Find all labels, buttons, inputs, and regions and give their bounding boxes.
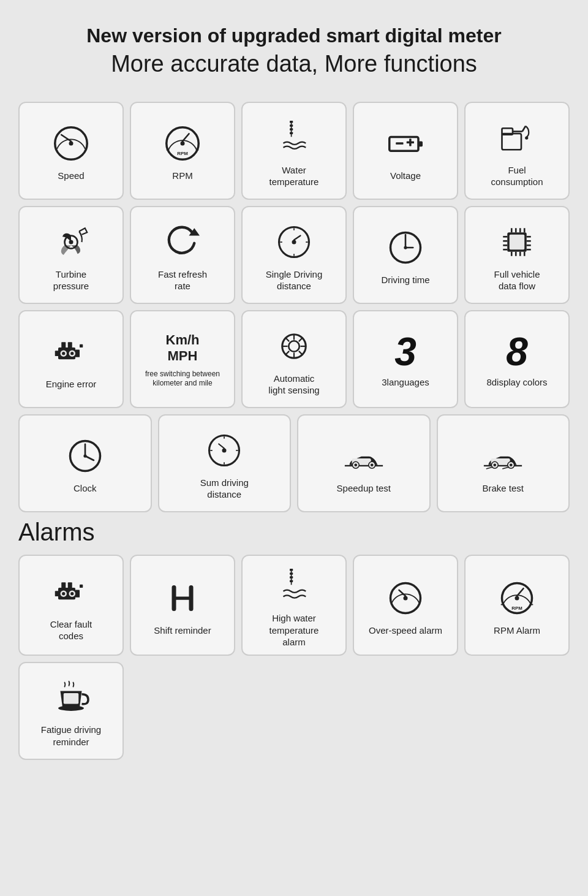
- svg-line-75: [299, 351, 303, 354]
- card-clear-fault-label: Clear faultcodes: [50, 618, 92, 642]
- svg-rect-21: [502, 134, 522, 150]
- svg-point-25: [525, 136, 528, 139]
- card-clock-label: Clock: [74, 482, 97, 495]
- card-refresh-label: Fast refreshrate: [158, 268, 207, 292]
- card-rpm-label: RPM: [172, 170, 192, 182]
- card-data-flow: Full vehicledata flow: [464, 206, 570, 304]
- engine-icon: [50, 330, 92, 373]
- svg-rect-20: [409, 139, 412, 146]
- svg-rect-106: [80, 585, 83, 588]
- svg-rect-95: [484, 465, 522, 466]
- card-drive-time-label: Driving time: [381, 274, 429, 286]
- card-overspeed-label: Over-speed alarm: [369, 625, 442, 637]
- svg-rect-59: [55, 351, 59, 357]
- svg-rect-61: [80, 344, 83, 347]
- card-high-water-label: High watertemperaturealarm: [270, 612, 319, 648]
- fuel-icon: [496, 116, 538, 159]
- svg-rect-120: [291, 569, 292, 585]
- svg-point-92: [354, 464, 357, 467]
- card-turbine: Turbinepressure: [18, 206, 124, 304]
- card-single-drive: Single Drivingdistance: [241, 206, 347, 304]
- alarms-title: Alarms: [18, 518, 570, 546]
- row3-grid: Engine error Km/hMPH free switching betw…: [18, 310, 570, 408]
- card-refresh: Fast refreshrate: [130, 206, 235, 304]
- svg-rect-105: [75, 590, 80, 597]
- overspeed-icon: [384, 577, 427, 620]
- svg-rect-15: [291, 121, 292, 137]
- sum-drive-icon: [203, 429, 246, 472]
- data-flow-icon: [496, 221, 538, 264]
- 3lang-icon: 3: [394, 332, 417, 371]
- card-kmph-label: free switching betweenkilometer and mile: [145, 370, 220, 389]
- speed-icon: [50, 122, 92, 165]
- svg-line-102: [502, 467, 509, 469]
- clock-icon: [64, 435, 107, 477]
- card-fatigue: Fatigue drivingreminder: [18, 662, 124, 760]
- card-auto-light: Automaticlight sensing: [241, 310, 347, 408]
- row4-grid: Clock Sum drivingdistance: [18, 414, 570, 512]
- card-3lang-label: 3languages: [382, 376, 429, 389]
- svg-rect-62: [61, 343, 66, 349]
- header: New version of upgraded smart digital me…: [18, 18, 570, 83]
- svg-point-98: [494, 464, 497, 467]
- card-rpm-alarm: RPM RPM Alarm: [464, 555, 570, 656]
- single-drive-icon: [273, 221, 315, 264]
- svg-rect-63: [68, 343, 72, 349]
- card-speed: Speed: [18, 102, 124, 200]
- card-voltage-label: Voltage: [390, 170, 421, 182]
- card-kmph: Km/hMPH free switching betweenkilometer …: [130, 310, 235, 408]
- refresh-icon: [161, 221, 204, 264]
- rpm-icon: RPM: [161, 122, 204, 165]
- svg-line-127: [517, 588, 524, 596]
- svg-rect-60: [75, 350, 80, 357]
- high-water-icon: [273, 564, 315, 607]
- svg-point-130: [58, 705, 84, 711]
- svg-rect-18: [396, 143, 403, 145]
- clear-fault-icon: [50, 571, 92, 613]
- card-turbine-label: Turbinepressure: [53, 268, 89, 292]
- svg-line-76: [299, 338, 303, 341]
- svg-rect-41: [510, 234, 525, 249]
- svg-line-35: [294, 235, 301, 240]
- 8colors-num: 8: [506, 332, 528, 371]
- svg-text:RPM: RPM: [177, 151, 188, 157]
- card-fatigue-label: Fatigue drivingreminder: [41, 724, 101, 748]
- fatigue-icon: [50, 676, 92, 719]
- svg-line-101: [486, 467, 493, 469]
- turbine-icon: [50, 221, 92, 264]
- svg-line-88: [219, 444, 225, 448]
- svg-point-94: [371, 464, 374, 467]
- svg-rect-17: [418, 142, 423, 147]
- card-high-water: High watertemperaturealarm: [241, 555, 347, 656]
- card-sum-drive-label: Sum drivingdistance: [200, 477, 249, 501]
- card-speedup-label: Speedup test: [337, 482, 391, 495]
- card-rpm-alarm-label: RPM Alarm: [494, 625, 540, 637]
- card-brake: Brake test: [437, 414, 570, 512]
- card-shift: Shift reminder: [130, 555, 235, 656]
- extra-grid: Fatigue drivingreminder: [18, 662, 570, 760]
- 3lang-num: 3: [394, 332, 417, 371]
- alarm-grid: Clear faultcodes Shift reminder: [18, 555, 570, 656]
- rpm-alarm-icon: RPM: [496, 577, 538, 620]
- svg-rect-108: [68, 582, 72, 589]
- voltage-icon: [384, 122, 427, 165]
- svg-point-65: [62, 352, 65, 355]
- 8colors-icon: 8: [506, 332, 528, 371]
- card-auto-light-label: Automaticlight sensing: [268, 373, 319, 397]
- svg-rect-131: [64, 693, 79, 704]
- svg-point-112: [70, 592, 74, 595]
- card-3lang: 3 3languages: [353, 310, 458, 408]
- header-line1: New version of upgraded smart digital me…: [18, 25, 570, 47]
- card-engine-label: Engine error: [46, 378, 97, 390]
- water-temp-icon: [273, 116, 315, 159]
- svg-rect-107: [61, 582, 66, 589]
- card-water-temp-label: Watertemperature: [270, 164, 319, 188]
- drive-time-icon: [384, 226, 427, 269]
- row2-grid: Turbinepressure Fast refreshrate Sin: [18, 206, 570, 304]
- svg-rect-16: [390, 137, 418, 151]
- svg-rect-89: [345, 465, 383, 466]
- card-shift-label: Shift reminder: [154, 625, 211, 637]
- svg-line-24: [522, 126, 526, 131]
- card-water-temp: Watertemperature: [241, 102, 347, 200]
- card-speed-label: Speed: [58, 170, 84, 182]
